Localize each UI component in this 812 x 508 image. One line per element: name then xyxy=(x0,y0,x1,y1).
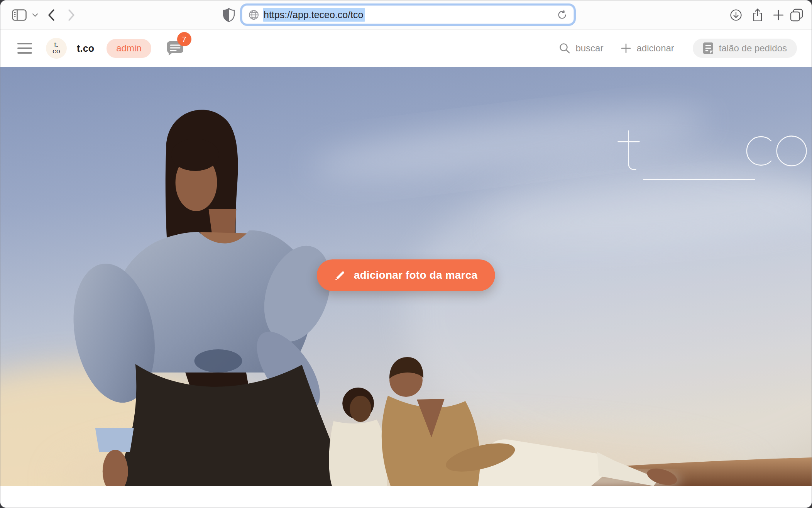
brand-hero: adicionar foto da marca xyxy=(0,67,812,486)
downloads-icon[interactable] xyxy=(727,0,744,30)
search-icon xyxy=(559,43,570,54)
add-brand-photo-button[interactable]: adicionar foto da marca xyxy=(317,259,495,291)
brand-logo[interactable]: t. co xyxy=(46,38,67,59)
add-label: adicionar xyxy=(636,43,674,54)
back-button[interactable] xyxy=(44,0,59,30)
chat-button[interactable]: 7 xyxy=(167,41,184,56)
plus-icon xyxy=(621,43,631,53)
menu-icon[interactable] xyxy=(17,43,32,54)
add-brand-photo-label: adicionar foto da marca xyxy=(354,269,477,281)
order-pad-label: talão de pedidos xyxy=(719,43,787,54)
admin-badge[interactable]: admin xyxy=(107,39,151,58)
notification-badge: 7 xyxy=(177,32,191,46)
forward-button[interactable] xyxy=(64,0,79,30)
share-icon[interactable] xyxy=(749,0,766,30)
add-button[interactable]: adicionar xyxy=(621,43,674,54)
header-left-group: t. co t.co admin 7 xyxy=(17,38,184,59)
order-pad-button[interactable]: talão de pedidos xyxy=(693,39,797,58)
browser-window: https://app.teceo.co/tco xyxy=(0,0,812,508)
reload-icon[interactable] xyxy=(557,10,567,20)
search-button[interactable]: buscar xyxy=(559,43,603,54)
sidebar-toggle-icon[interactable] xyxy=(10,0,28,30)
new-tab-icon[interactable] xyxy=(770,0,787,30)
globe-icon xyxy=(249,10,259,20)
privacy-shield-icon[interactable] xyxy=(221,0,237,30)
app-header: t. co t.co admin 7 buscar xyxy=(0,30,812,67)
address-bar[interactable]: https://app.teceo.co/tco xyxy=(242,5,574,24)
browser-toolbar: https://app.teceo.co/tco xyxy=(0,0,812,30)
brand-logo-line2: co xyxy=(52,48,60,54)
page-footer xyxy=(0,486,812,508)
url-text[interactable]: https://app.teceo.co/tco xyxy=(263,9,365,20)
pencil-icon xyxy=(335,269,346,281)
chevron-down-icon[interactable] xyxy=(30,0,41,30)
search-label: buscar xyxy=(575,43,603,54)
brand-name: t.co xyxy=(77,43,94,54)
tab-overview-icon[interactable] xyxy=(788,0,805,30)
order-pad-icon xyxy=(703,42,714,54)
